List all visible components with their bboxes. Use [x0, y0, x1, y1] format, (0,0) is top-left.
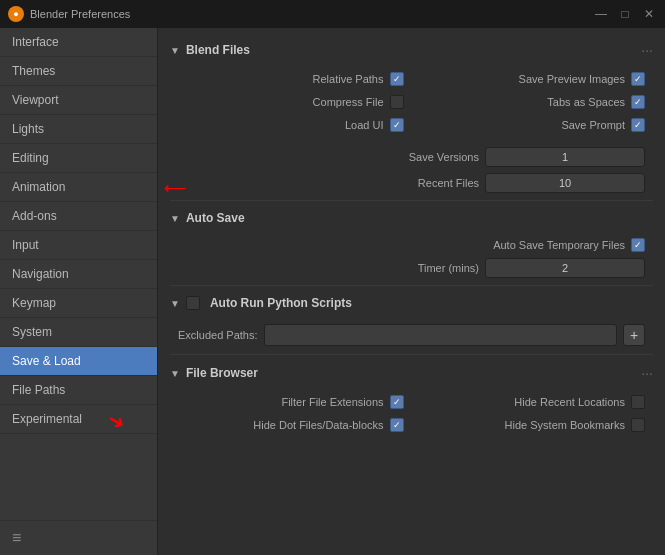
- sidebar: Interface Themes Viewport Lights Editing…: [0, 28, 158, 555]
- sidebar-item-animation[interactable]: Animation: [0, 173, 157, 202]
- load-ui-label: Load UI: [345, 119, 384, 131]
- excluded-paths-label: Excluded Paths:: [178, 329, 258, 341]
- auto-python-section-header: ▼ Auto Run Python Scripts: [170, 296, 653, 310]
- auto-save-section-header: ▼ Auto Save: [170, 211, 653, 225]
- excluded-paths-row: Excluded Paths: +: [170, 320, 653, 350]
- relative-paths-label: Relative Paths: [313, 73, 384, 85]
- save-preview-label: Save Preview Images: [519, 73, 625, 85]
- filter-file-ext-label: Filter File Extensions: [281, 396, 383, 408]
- auto-save-temp-checkbox[interactable]: [631, 238, 645, 252]
- file-browser-title: File Browser: [186, 366, 258, 380]
- blend-files-section-header: ▼ Blend Files ···: [170, 42, 653, 58]
- divider-2: [170, 285, 653, 286]
- timer-field[interactable]: 2: [485, 258, 645, 278]
- sidebar-item-themes[interactable]: Themes: [0, 57, 157, 86]
- excluded-paths-input[interactable]: [264, 324, 618, 346]
- save-versions-field[interactable]: 1: [485, 147, 645, 167]
- compress-file-checkbox[interactable]: [390, 95, 404, 109]
- sidebar-item-interface[interactable]: Interface: [0, 28, 157, 57]
- minimize-button[interactable]: —: [593, 7, 609, 21]
- close-button[interactable]: ✕: [641, 7, 657, 21]
- save-versions-row: Save Versions 1: [170, 144, 653, 170]
- blend-files-title: Blend Files: [186, 43, 250, 57]
- filter-file-ext-row: Filter File Extensions: [178, 393, 404, 411]
- recent-files-row: Recent Files 10: [170, 170, 653, 196]
- compress-file-label: Compress File: [313, 96, 384, 108]
- sidebar-item-navigation[interactable]: Navigation: [0, 260, 157, 289]
- hide-dot-files-label: Hide Dot Files/Data-blocks: [253, 419, 383, 431]
- file-browser-collapse-icon[interactable]: ▼: [170, 368, 180, 379]
- excluded-paths-add-button[interactable]: +: [623, 324, 645, 346]
- save-preview-checkbox[interactable]: [631, 72, 645, 86]
- tabs-as-spaces-label: Tabs as Spaces: [547, 96, 625, 108]
- hide-recent-loc-label: Hide Recent Locations: [514, 396, 625, 408]
- maximize-button[interactable]: □: [617, 7, 633, 21]
- auto-python-title: Auto Run Python Scripts: [210, 296, 352, 310]
- save-prompt-row: Save Prompt: [420, 116, 646, 134]
- main-wrapper: ⟵ ▼ Blend Files ··· Relative Paths Save …: [158, 28, 665, 555]
- sidebar-item-file-paths[interactable]: File Paths: [0, 376, 157, 405]
- hide-system-bookmarks-row: Hide System Bookmarks: [420, 416, 646, 434]
- filter-file-ext-checkbox[interactable]: [390, 395, 404, 409]
- blend-files-options: Relative Paths Save Preview Images Compr…: [170, 68, 653, 144]
- load-ui-row: Load UI: [178, 116, 404, 134]
- save-preview-row: Save Preview Images: [420, 70, 646, 88]
- auto-save-temp-label: Auto Save Temporary Files: [493, 239, 625, 251]
- auto-python-checkbox[interactable]: [186, 296, 200, 310]
- auto-save-collapse-icon[interactable]: ▼: [170, 213, 180, 224]
- hide-recent-loc-checkbox[interactable]: [631, 395, 645, 409]
- app-icon: ●: [8, 6, 24, 22]
- save-versions-label: Save Versions: [399, 151, 479, 163]
- sidebar-item-addons[interactable]: Add-ons: [0, 202, 157, 231]
- tabs-as-spaces-checkbox[interactable]: [631, 95, 645, 109]
- hide-system-bookmarks-label: Hide System Bookmarks: [505, 419, 625, 431]
- title-bar: ● Blender Preferences — □ ✕: [0, 0, 665, 28]
- file-browser-section-header: ▼ File Browser ···: [170, 365, 653, 381]
- compress-file-row: Compress File: [178, 93, 404, 111]
- auto-python-collapse-icon[interactable]: ▼: [170, 298, 180, 309]
- divider-1: [170, 200, 653, 201]
- sidebar-item-save-load[interactable]: Save & Load: [0, 347, 157, 376]
- relative-paths-row: Relative Paths: [178, 70, 404, 88]
- timer-row: Timer (mins) 2: [170, 255, 653, 281]
- window-title: Blender Preferences: [30, 8, 587, 20]
- sidebar-item-editing[interactable]: Editing: [0, 144, 157, 173]
- relative-paths-checkbox[interactable]: [390, 72, 404, 86]
- hide-dot-files-checkbox[interactable]: [390, 418, 404, 432]
- auto-save-temp-row: Auto Save Temporary Files: [170, 235, 653, 255]
- save-prompt-label: Save Prompt: [561, 119, 625, 131]
- sidebar-item-lights[interactable]: Lights: [0, 115, 157, 144]
- hide-recent-loc-row: Hide Recent Locations: [420, 393, 646, 411]
- file-browser-menu-icon[interactable]: ···: [641, 365, 653, 381]
- sidebar-item-input[interactable]: Input: [0, 231, 157, 260]
- auto-save-title: Auto Save: [186, 211, 245, 225]
- sidebar-item-system[interactable]: System: [0, 318, 157, 347]
- sidebar-item-keymap[interactable]: Keymap: [0, 289, 157, 318]
- sidebar-footer-menu[interactable]: ≡: [0, 520, 157, 555]
- hide-system-bookmarks-checkbox[interactable]: [631, 418, 645, 432]
- divider-3: [170, 354, 653, 355]
- blend-files-collapse-icon[interactable]: ▼: [170, 45, 180, 56]
- save-prompt-checkbox[interactable]: [631, 118, 645, 132]
- blend-files-menu-icon[interactable]: ···: [641, 42, 653, 58]
- app-body: Interface Themes Viewport Lights Editing…: [0, 28, 665, 555]
- recent-files-label: Recent Files: [399, 177, 479, 189]
- file-browser-options: Filter File Extensions Hide Recent Locat…: [170, 391, 653, 444]
- sidebar-item-viewport[interactable]: Viewport: [0, 86, 157, 115]
- load-ui-checkbox[interactable]: [390, 118, 404, 132]
- timer-label: Timer (mins): [399, 262, 479, 274]
- hide-dot-files-row: Hide Dot Files/Data-blocks: [178, 416, 404, 434]
- window-controls: — □ ✕: [593, 7, 657, 21]
- tabs-as-spaces-row: Tabs as Spaces: [420, 93, 646, 111]
- sidebar-item-experimental[interactable]: Experimental: [0, 405, 157, 434]
- recent-files-field[interactable]: 10: [485, 173, 645, 193]
